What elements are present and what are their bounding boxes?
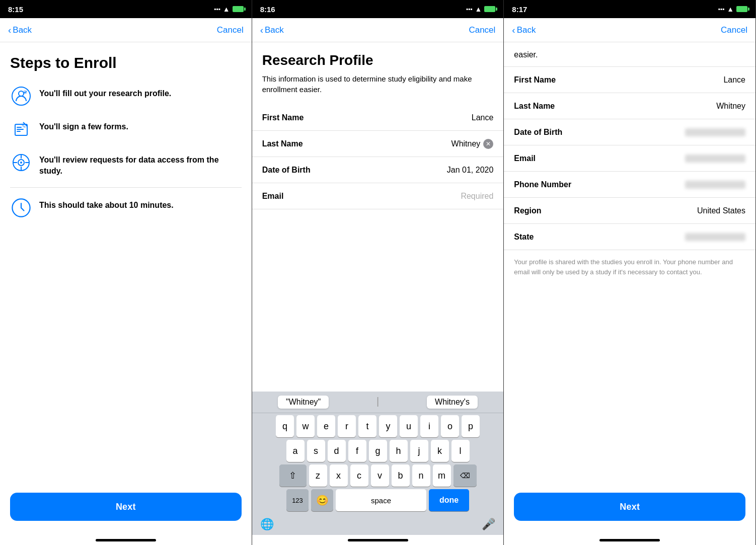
key-c[interactable]: c	[350, 464, 368, 487]
s3-state-value-blurred	[685, 233, 745, 241]
home-indicator-3	[599, 539, 660, 541]
status-icons-1: ▪▪▪ ▲	[214, 5, 244, 13]
page-title-1: Steps to Enroll	[10, 54, 242, 71]
key-123[interactable]: 123	[286, 489, 309, 511]
autocomplete-whitneys[interactable]: Whitney's	[427, 396, 478, 409]
mic-icon[interactable]: 🎤	[482, 518, 495, 531]
key-b[interactable]: b	[392, 464, 410, 487]
svg-point-6	[20, 162, 22, 164]
key-j[interactable]: j	[410, 440, 428, 462]
signal-icon-2: ▪▪▪	[466, 6, 473, 13]
key-t[interactable]: t	[358, 415, 376, 437]
home-bar-3	[504, 535, 755, 545]
cancel-button-2[interactable]: Cancel	[469, 25, 495, 35]
key-e[interactable]: e	[317, 415, 335, 437]
key-z[interactable]: z	[309, 464, 327, 487]
chevron-left-icon-3: ‹	[512, 25, 515, 35]
status-time-2: 8:16	[260, 5, 275, 14]
form-row-firstname[interactable]: First Name Lance	[252, 105, 504, 131]
s3-email-value-blurred	[685, 154, 745, 163]
key-shift[interactable]: ⇧	[279, 464, 307, 487]
key-d[interactable]: d	[328, 440, 346, 462]
home-indicator-2	[348, 539, 408, 541]
key-u[interactable]: u	[400, 415, 418, 437]
form-row-s3-dob[interactable]: Date of Birth	[504, 119, 755, 145]
key-y[interactable]: y	[379, 415, 397, 437]
s3-dob-value-blurred	[685, 128, 745, 136]
key-done[interactable]: done	[429, 489, 469, 511]
key-m[interactable]: m	[433, 464, 451, 487]
back-button-2[interactable]: ‹ Back	[260, 25, 284, 35]
keyboard-bottom-bar: 🌐 🎤	[252, 515, 504, 535]
key-o[interactable]: o	[441, 415, 459, 437]
form-row-s3-phone[interactable]: Phone Number	[504, 172, 755, 198]
wifi-icon-3: ▲	[727, 5, 734, 13]
s3-phone-value-blurred	[685, 181, 745, 189]
dob-label: Date of Birth	[262, 166, 311, 175]
status-icons-3: ▪▪▪ ▲	[718, 5, 747, 13]
firstname-value: Lance	[472, 113, 494, 122]
back-button-3[interactable]: ‹ Back	[512, 25, 536, 35]
key-f[interactable]: f	[348, 440, 366, 462]
next-button-container-3: Next	[504, 485, 755, 535]
back-button-1[interactable]: ‹ Back	[8, 25, 32, 35]
time-icon	[10, 197, 32, 219]
next-button-container-1: Next	[0, 485, 252, 535]
battery-icon-2	[484, 6, 495, 12]
autocomplete-whitney-quoted[interactable]: "Whitney"	[278, 396, 329, 409]
key-h[interactable]: h	[390, 440, 408, 462]
next-button-1[interactable]: Next	[10, 493, 242, 521]
cancel-button-3[interactable]: Cancel	[721, 25, 747, 35]
key-i[interactable]: i	[420, 415, 438, 437]
key-s[interactable]: s	[307, 440, 325, 462]
keyboard-row-1: q w e r t y u i o p	[254, 415, 502, 437]
form-row-s3-lastname[interactable]: Last Name Whitney	[504, 93, 755, 119]
s3-lastname-value: Whitney	[716, 102, 745, 111]
key-a[interactable]: a	[286, 440, 305, 462]
form-row-s3-state[interactable]: State	[504, 224, 755, 250]
home-bar-2	[252, 535, 504, 545]
cancel-button-1[interactable]: Cancel	[217, 25, 244, 35]
key-delete[interactable]: ⌫	[453, 464, 477, 487]
key-p[interactable]: p	[462, 415, 480, 437]
key-g[interactable]: g	[369, 440, 387, 462]
s3-lastname-label: Last Name	[514, 102, 555, 111]
form-row-lastname[interactable]: Last Name Whitney ✕	[252, 131, 504, 157]
s3-dob-label: Date of Birth	[514, 128, 562, 137]
screen-1: 8:15 ▪▪▪ ▲ ‹ Back Cancel Steps to Enroll	[0, 0, 252, 545]
globe-icon[interactable]: 🌐	[260, 518, 274, 531]
status-bar-1: 8:15 ▪▪▪ ▲	[0, 0, 252, 18]
key-n[interactable]: n	[412, 464, 430, 487]
research-title: Research Profile	[262, 52, 494, 68]
signal-icon-3: ▪▪▪	[718, 6, 724, 13]
disclaimer-text: Your profile is shared with the studies …	[504, 250, 755, 284]
key-emoji[interactable]: 😊	[311, 489, 333, 511]
back-label-1: Back	[13, 25, 32, 35]
research-header: Research Profile This information is use…	[252, 42, 504, 105]
key-w[interactable]: w	[296, 415, 315, 437]
key-v[interactable]: v	[371, 464, 389, 487]
keyboard-row-2: a s d f g h j k l	[254, 440, 502, 462]
step-item-profile: You'll fill out your research profile.	[10, 85, 242, 107]
divider-1	[10, 187, 242, 188]
lastname-value: Whitney ✕	[451, 139, 494, 149]
autocomplete-bar: "Whitney" | Whitney's	[252, 392, 504, 413]
next-button-3[interactable]: Next	[514, 493, 745, 521]
profile-icon	[10, 85, 32, 107]
key-k[interactable]: k	[431, 440, 449, 462]
form-row-dob[interactable]: Date of Birth Jan 01, 2020	[252, 157, 504, 183]
key-r[interactable]: r	[338, 415, 356, 437]
form-row-s3-email[interactable]: Email	[504, 145, 755, 172]
clear-lastname-button[interactable]: ✕	[483, 139, 493, 149]
chevron-left-icon-1: ‹	[8, 25, 11, 35]
nav-bar-1: ‹ Back Cancel	[0, 18, 252, 42]
chevron-left-icon-2: ‹	[260, 25, 263, 35]
form-row-s3-region[interactable]: Region United States	[504, 198, 755, 224]
form-row-s3-firstname[interactable]: First Name Lance	[504, 67, 755, 93]
form-row-email[interactable]: Email Required	[252, 183, 504, 209]
key-x[interactable]: x	[330, 464, 348, 487]
key-q[interactable]: q	[276, 415, 294, 437]
key-l[interactable]: l	[451, 440, 470, 462]
status-icons-2: ▪▪▪ ▲	[466, 5, 496, 13]
key-space[interactable]: space	[336, 489, 426, 511]
